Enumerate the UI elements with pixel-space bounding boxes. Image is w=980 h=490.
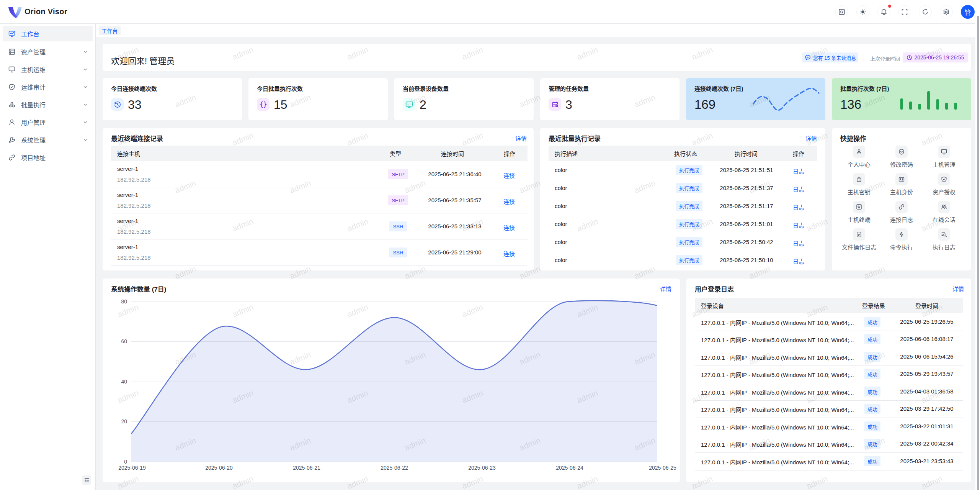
svg-text:80: 80 <box>121 298 127 305</box>
svg-text:20: 20 <box>121 418 127 424</box>
svg-text:2025-06-22: 2025-06-22 <box>381 465 408 471</box>
svg-text:2025-06-25: 2025-06-25 <box>649 465 676 471</box>
svg-text:2025-06-19: 2025-06-19 <box>118 465 146 471</box>
svg-text:60: 60 <box>121 338 127 344</box>
svg-text:2025-06-23: 2025-06-23 <box>468 465 496 471</box>
svg-text:2025-06-24: 2025-06-24 <box>556 465 583 471</box>
svg-text:40: 40 <box>121 379 127 385</box>
svg-text:2025-06-20: 2025-06-20 <box>205 465 233 471</box>
svg-text:0: 0 <box>124 459 127 465</box>
svg-text:2025-06-21: 2025-06-21 <box>293 465 320 471</box>
